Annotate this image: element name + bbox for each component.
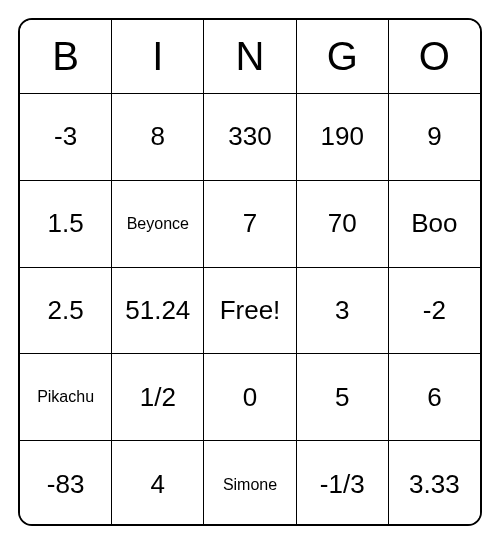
row-2: 1.5 Beyonce 7 70 Boo	[20, 181, 480, 268]
cell-i2[interactable]: Beyonce	[112, 181, 204, 268]
row-5: -83 4 Simone -1/3 3.33	[20, 441, 480, 526]
cell-i3[interactable]: 51.24	[112, 268, 204, 355]
row-4: Pikachu 1/2 0 5 6	[20, 354, 480, 441]
cell-b5[interactable]: -83	[20, 441, 112, 526]
cell-o3[interactable]: -2	[389, 268, 480, 355]
cell-n4[interactable]: 0	[204, 354, 296, 441]
cell-b3[interactable]: 2.5	[20, 268, 112, 355]
cell-free[interactable]: Free!	[204, 268, 296, 355]
cell-b4[interactable]: Pikachu	[20, 354, 112, 441]
cell-o5[interactable]: 3.33	[389, 441, 480, 526]
cell-i4[interactable]: 1/2	[112, 354, 204, 441]
cell-b1[interactable]: -3	[20, 94, 112, 181]
cell-n1[interactable]: 330	[204, 94, 296, 181]
header-i: I	[112, 20, 204, 94]
cell-g4[interactable]: 5	[297, 354, 389, 441]
cell-b2[interactable]: 1.5	[20, 181, 112, 268]
cell-i1[interactable]: 8	[112, 94, 204, 181]
cell-o2[interactable]: Boo	[389, 181, 480, 268]
row-1: -3 8 330 190 9	[20, 94, 480, 181]
header-o: O	[389, 20, 480, 94]
header-n: N	[204, 20, 296, 94]
cell-o1[interactable]: 9	[389, 94, 480, 181]
cell-n2[interactable]: 7	[204, 181, 296, 268]
cell-o4[interactable]: 6	[389, 354, 480, 441]
cell-n5[interactable]: Simone	[204, 441, 296, 526]
cell-g2[interactable]: 70	[297, 181, 389, 268]
cell-g3[interactable]: 3	[297, 268, 389, 355]
row-3: 2.5 51.24 Free! 3 -2	[20, 268, 480, 355]
header-b: B	[20, 20, 112, 94]
cell-g5[interactable]: -1/3	[297, 441, 389, 526]
header-row: B I N G O	[20, 20, 480, 94]
cell-g1[interactable]: 190	[297, 94, 389, 181]
cell-i5[interactable]: 4	[112, 441, 204, 526]
header-g: G	[297, 20, 389, 94]
bingo-card: B I N G O -3 8 330 190 9 1.5 Beyonce 7 7…	[18, 18, 482, 526]
